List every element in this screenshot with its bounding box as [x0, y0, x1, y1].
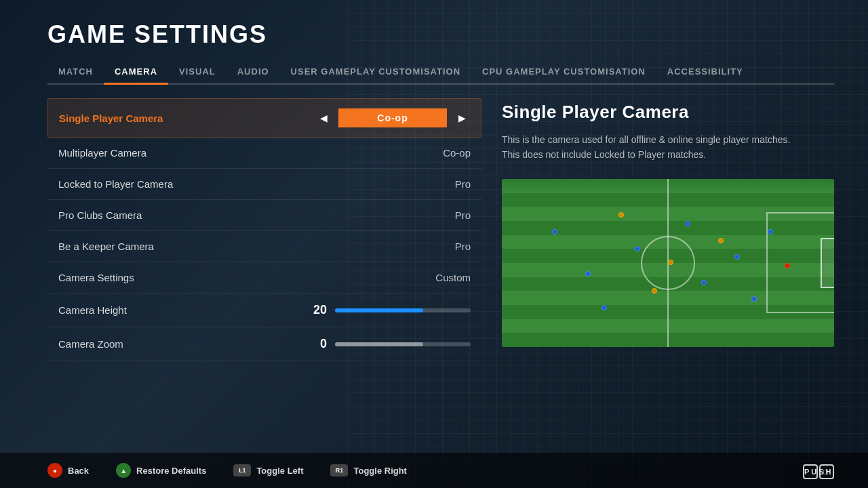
setting-label-multiplayer: Multiplayer Camera [58, 147, 146, 159]
player [652, 288, 657, 293]
setting-label-pro-clubs: Pro Clubs Camera [58, 209, 142, 221]
goal-right [821, 238, 834, 288]
player [635, 246, 640, 251]
player [785, 263, 790, 268]
setting-single-player-camera[interactable]: Single Player Camera ◀ Co-op ▶ [47, 98, 481, 138]
setting-locked-player-camera[interactable]: Locked to Player Camera Pro [47, 169, 481, 200]
value-selector: ◀ Co-op ▶ [315, 108, 470, 127]
tab-navigation: MATCH CAMERA VISUAL AUDIO USER GAMEPLAY … [47, 61, 834, 85]
arrow-right[interactable]: ▶ [454, 110, 470, 126]
slider-zoom-track[interactable] [335, 342, 471, 346]
preview-image [502, 179, 834, 347]
tab-match[interactable]: MATCH [47, 61, 104, 83]
tab-audio[interactable]: AUDIO [226, 61, 280, 83]
info-description: This is the camera used for all offline … [502, 132, 834, 163]
settings-panel: Single Player Camera ◀ Co-op ▶ Multiplay… [47, 98, 481, 471]
setting-camera-settings[interactable]: Camera Settings Custom [47, 262, 481, 293]
tab-user-gameplay[interactable]: USER GAMEPLAY CUSTOMISATION [280, 61, 471, 83]
player [701, 280, 707, 285]
player [685, 221, 690, 226]
main-content: Single Player Camera ◀ Co-op ▶ Multiplay… [47, 98, 834, 471]
setting-value-multiplayer: Co-op [443, 147, 471, 159]
setting-value-camera-settings: Custom [435, 272, 471, 283]
setting-keeper-camera[interactable]: Be a Keeper Camera Pro [47, 231, 481, 262]
slider-zoom-fill [335, 342, 423, 346]
slider-zoom-container: 0 [307, 337, 471, 351]
tab-cpu-gameplay[interactable]: CPU GAMEPLAY CUSTOMISATION [471, 61, 656, 83]
info-title: Single Player Camera [502, 102, 834, 123]
setting-camera-zoom[interactable]: Camera Zoom 0 [47, 327, 481, 361]
tab-visual[interactable]: VISUAL [168, 61, 226, 83]
setting-label-locked-player: Locked to Player Camera [58, 178, 173, 190]
tab-accessibility[interactable]: ACCESSIBILITY [656, 61, 754, 83]
setting-value-keeper: Pro [455, 241, 471, 252]
setting-pro-clubs-camera[interactable]: Pro Clubs Camera Pro [47, 200, 481, 231]
setting-value-locked-player: Pro [455, 178, 471, 190]
arrow-left[interactable]: ◀ [315, 110, 332, 126]
player [718, 238, 724, 243]
setting-multiplayer-camera[interactable]: Multiplayer Camera Co-op [47, 138, 481, 169]
setting-camera-height[interactable]: Camera Height 20 [47, 293, 481, 327]
slider-height-container: 20 [307, 303, 471, 317]
player [618, 212, 624, 218]
info-panel: Single Player Camera This is the camera … [502, 98, 834, 471]
player [552, 229, 557, 235]
player [585, 271, 591, 277]
setting-label-camera-settings: Camera Settings [58, 272, 134, 283]
slider-height-track[interactable] [335, 308, 471, 312]
slider-height-fill [335, 308, 423, 312]
player [668, 260, 673, 265]
tab-camera[interactable]: CAMERA [104, 61, 168, 83]
page-title: GAME SETTINGS [47, 20, 834, 49]
setting-label-single-player: Single Player Camera [59, 113, 163, 124]
setting-label-camera-zoom: Camera Zoom [58, 338, 123, 350]
field [502, 179, 834, 347]
setting-value-pro-clubs: Pro [455, 209, 471, 221]
player [601, 305, 607, 310]
slider-zoom-value: 0 [307, 337, 327, 351]
player [751, 296, 757, 302]
slider-height-value: 20 [307, 303, 327, 317]
setting-label-keeper: Be a Keeper Camera [58, 241, 154, 252]
selected-value: Co-op [338, 108, 447, 127]
setting-label-camera-height: Camera Height [58, 304, 127, 316]
